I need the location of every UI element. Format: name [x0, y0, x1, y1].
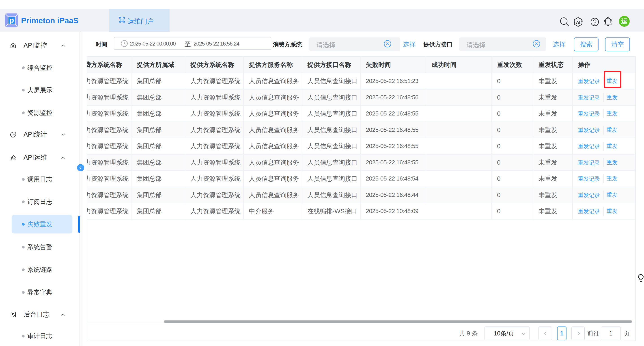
svg-text:p: p: [10, 16, 14, 24]
svg-text:AI: AI: [576, 20, 580, 25]
